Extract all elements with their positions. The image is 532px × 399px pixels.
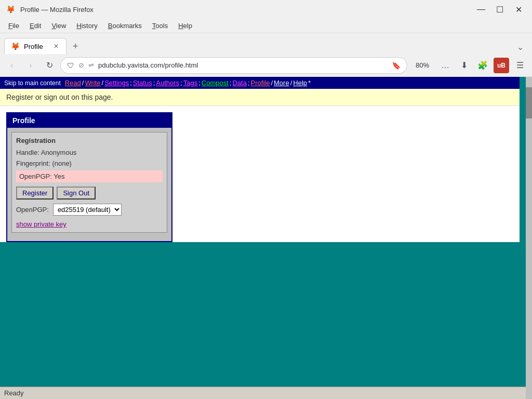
bookmark-icon[interactable]: 🔖 <box>392 61 401 70</box>
menu-view[interactable]: View <box>47 21 70 31</box>
show-private-key-link[interactable]: show private key <box>16 220 66 228</box>
handle-label: Handle: <box>16 149 39 156</box>
skip-nav-bar: Skip to main content Read/ Write/ Settin… <box>0 77 520 89</box>
reload-button[interactable]: ↻ <box>42 58 57 73</box>
security-icon: 🛡 <box>67 61 74 70</box>
show-key-row: show private key <box>16 220 163 228</box>
minimize-button[interactable]: — <box>474 2 488 17</box>
extensions-button[interactable]: 🧩 <box>475 58 490 73</box>
action-buttons: Register Sign Out <box>16 187 163 200</box>
openpgp-select-label: OpenPGP: <box>16 206 49 214</box>
info-text: Register or sign out on this page. <box>6 93 113 101</box>
tab-label: Profile <box>24 43 48 50</box>
scrollbar[interactable] <box>526 77 532 399</box>
openpgp-select-row: OpenPGP: ed25519 (default) <box>16 204 163 216</box>
handle-row: Handle: Anonymous <box>16 149 163 156</box>
address-bar[interactable]: 🛡 ⊘ ⇌ pdubclub.yavista.com/profile.html … <box>60 57 407 74</box>
ublock-button[interactable]: uB <box>494 58 509 73</box>
fingerprint-value: (none) <box>52 159 72 167</box>
nav-write-link[interactable]: Write <box>85 79 100 87</box>
signout-button[interactable]: Sign Out <box>57 187 96 200</box>
maximize-button[interactable]: ☐ <box>493 2 507 17</box>
window-controls: — ☐ ✕ <box>474 2 526 17</box>
profile-card: Profile Registration Handle: Anonymous F… <box>6 112 172 242</box>
nav-tags-link[interactable]: Tags <box>183 79 197 87</box>
nav-compost-link[interactable]: Compost <box>202 79 229 87</box>
registration-legend: Registration <box>16 137 163 144</box>
menu-tools[interactable]: Tools <box>148 21 172 31</box>
skip-to-main-link[interactable]: Skip to main content <box>4 79 61 87</box>
hamburger-menu[interactable]: ☰ <box>512 58 528 73</box>
handle-value: Anonymous <box>41 149 77 156</box>
info-bar: Register or sign out on this page. <box>0 89 520 106</box>
page-wrapper: Skip to main content Read/ Write/ Settin… <box>0 77 532 399</box>
close-button[interactable]: ✕ <box>511 2 526 17</box>
registration-group: Registration Handle: Anonymous Fingerpri… <box>11 132 167 233</box>
status-bar: Ready <box>0 387 526 399</box>
menu-history[interactable]: History <box>72 21 101 31</box>
tracking-icon: ⊘ <box>78 61 84 69</box>
openpgp-select[interactable]: ed25519 (default) <box>53 204 122 216</box>
nav-profile-link[interactable]: Profile <box>251 79 270 87</box>
new-tab-button[interactable]: + <box>69 39 83 54</box>
openpgp-value: Yes <box>54 172 64 180</box>
fingerprint-label: Fingerprint: <box>16 159 50 167</box>
profile-body: Registration Handle: Anonymous Fingerpri… <box>7 128 171 241</box>
tab-close-button[interactable]: ✕ <box>52 42 60 51</box>
nav-settings-link[interactable]: Settings <box>104 79 129 87</box>
url-display[interactable]: pdubclub.yavista.com/profile.html <box>98 61 388 69</box>
back-button[interactable]: ‹ <box>4 58 20 73</box>
window-title: Profile — Mozilla Firefox <box>20 6 469 14</box>
zoom-level[interactable]: 80% <box>410 59 434 71</box>
menu-help[interactable]: Help <box>174 21 196 31</box>
tab-list-button[interactable]: ⌄ <box>513 40 528 54</box>
more-tools-button[interactable]: … <box>437 58 453 73</box>
tab-favicon: 🦊 <box>11 42 20 50</box>
openpgp-label: OpenPGP: <box>19 172 52 180</box>
nav-links: Read/ Write/ Settings; Status; Authors; … <box>65 79 311 87</box>
forward-button[interactable]: › <box>23 58 38 73</box>
menubar: File Edit View History Bookmarks Tools H… <box>0 19 532 33</box>
register-button[interactable]: Register <box>16 187 54 200</box>
menu-bookmarks[interactable]: Bookmarks <box>104 21 146 31</box>
nav-more-link[interactable]: More <box>274 79 289 87</box>
page-content: Skip to main content Read/ Write/ Settin… <box>0 77 520 242</box>
menu-file[interactable]: File <box>4 21 23 31</box>
nav-data-link[interactable]: Data <box>232 79 246 87</box>
menu-edit[interactable]: Edit <box>25 21 45 31</box>
nav-authors-link[interactable]: Authors <box>156 79 179 87</box>
nav-status-link[interactable]: Status <box>133 79 152 87</box>
enhanced-icon: ⇌ <box>88 61 94 69</box>
download-button[interactable]: ⬇ <box>456 58 472 73</box>
fingerprint-row: Fingerprint: (none) <box>16 159 163 167</box>
titlebar: 🦊 Profile — Mozilla Firefox — ☐ ✕ <box>0 0 532 19</box>
nav-read-link[interactable]: Read <box>65 79 81 87</box>
firefox-icon: 🦊 <box>6 5 15 14</box>
scroll-thumb[interactable] <box>526 87 532 118</box>
openpgp-status-row: OpenPGP: Yes <box>16 170 163 182</box>
nav-help-link[interactable]: Help <box>293 79 307 87</box>
active-tab[interactable]: 🦊 Profile ✕ <box>4 38 66 54</box>
profile-card-header: Profile <box>7 113 171 128</box>
status-text: Ready <box>4 389 24 397</box>
content-area: Skip to main content Read/ Write/ Settin… <box>0 77 532 399</box>
navbar: ‹ › ↻ 🛡 ⊘ ⇌ pdubclub.yavista.com/profile… <box>0 54 532 77</box>
tabbar: 🦊 Profile ✕ + ⌄ <box>0 33 532 54</box>
